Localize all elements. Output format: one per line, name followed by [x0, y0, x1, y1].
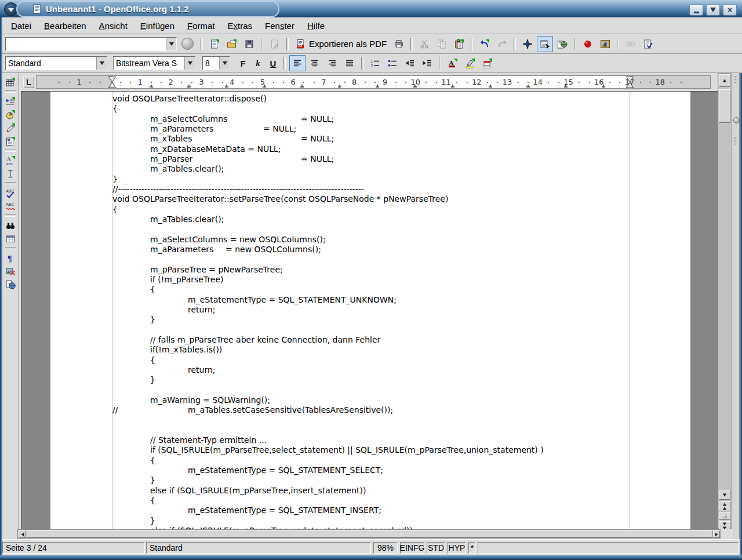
underline-label: U	[270, 59, 277, 68]
spellcheck-button[interactable]: ABC	[3, 186, 18, 199]
draw-functions-button[interactable]	[3, 121, 18, 134]
ruler-tick-dot	[283, 82, 284, 83]
menu-item-fenster[interactable]: Fenster	[259, 19, 301, 33]
italic-button[interactable]: k	[251, 56, 265, 71]
find-replace-button[interactable]	[3, 219, 18, 232]
insert-object-button[interactable]	[3, 108, 18, 121]
bullets-button[interactable]	[384, 55, 401, 71]
dock-handle-icon[interactable]	[733, 117, 740, 123]
horizontal-ruler[interactable]: 1123456789101112131415161718	[36, 75, 711, 89]
right-indent-marker[interactable]	[626, 77, 634, 90]
online-layout-button[interactable]	[3, 278, 18, 291]
status-style[interactable]: Standard	[146, 542, 371, 554]
scroll-right-button[interactable]	[713, 530, 720, 538]
menu-item-bearbeiten[interactable]: Bearbeiten	[38, 19, 93, 33]
document-text[interactable]: void OSQLParseTreeIterator::dispose() { …	[112, 94, 544, 529]
stop-button[interactable]	[181, 38, 194, 50]
edit-file-button[interactable]	[267, 36, 283, 52]
close-icon: ×	[728, 6, 732, 14]
pdf-export-button[interactable]: PDFExportieren als PDF	[292, 36, 390, 52]
vertical-scrollbar[interactable]	[718, 73, 732, 529]
paste-button[interactable]	[451, 36, 467, 52]
status-insert-mode[interactable]: EINFG	[400, 542, 424, 554]
url-dropdown-button[interactable]	[166, 38, 176, 50]
font-color-button[interactable]: A	[445, 55, 461, 71]
maximize-button[interactable]	[706, 4, 720, 16]
print-button[interactable]	[391, 36, 407, 52]
style-combobox[interactable]: Standard	[5, 56, 107, 70]
font-size-combobox[interactable]: 8	[202, 56, 230, 70]
menu-item-datei[interactable]: Datei	[5, 19, 38, 33]
align-center-button[interactable]	[307, 55, 323, 71]
insert-table-button[interactable]	[3, 75, 18, 89]
copy-button[interactable]	[434, 36, 450, 52]
window-controls: ×	[689, 4, 737, 16]
ruler-number: 9	[383, 78, 387, 86]
stylist-button[interactable]	[537, 36, 553, 52]
svg-text:ABC: ABC	[6, 188, 14, 192]
scroll-left-button[interactable]	[19, 530, 26, 538]
underline-button[interactable]: U	[266, 56, 280, 71]
menu-item-format[interactable]: Format	[181, 19, 221, 33]
status-page[interactable]: Seite 3 / 24	[2, 542, 145, 554]
horizontal-scrollbar[interactable]	[17, 529, 721, 539]
form-functions-button[interactable]	[3, 134, 18, 148]
left-indent-marker[interactable]	[108, 77, 116, 90]
gallery-button[interactable]	[554, 36, 570, 52]
numbering-button[interactable]: 12	[367, 55, 383, 71]
navigator-button[interactable]	[519, 36, 536, 52]
insert-frame-button[interactable]	[3, 94, 18, 108]
url-input[interactable]	[6, 38, 166, 50]
horizontal-scrollbar-thumb[interactable]	[27, 530, 712, 538]
scroll-down-button[interactable]	[719, 490, 730, 500]
status-selection-mode[interactable]: STD	[427, 542, 445, 554]
minimize-button[interactable]	[689, 4, 703, 16]
font-dropdown-button[interactable]	[184, 57, 195, 70]
menu-item-einfügen[interactable]: Einfügen	[134, 19, 181, 33]
background-color-button[interactable]	[479, 55, 496, 71]
save-button[interactable]	[241, 36, 257, 52]
menu-item-ansicht[interactable]: Ansicht	[93, 19, 134, 33]
nonprinting-characters-button[interactable]: ¶	[3, 251, 18, 264]
redo-button[interactable]	[494, 36, 510, 52]
url-combobox[interactable]	[5, 37, 177, 51]
tab-type-selector[interactable]	[23, 77, 34, 88]
increase-indent-icon	[422, 58, 432, 68]
close-button[interactable]: ×	[723, 4, 737, 16]
menu-item-hilfe[interactable]: Hilfe	[301, 19, 331, 33]
toolbar-separator	[286, 38, 289, 50]
align-right-button[interactable]	[324, 55, 340, 71]
font-name-combobox[interactable]: Bitstream Vera S	[113, 56, 195, 70]
direct-cursor-button[interactable]	[3, 167, 18, 180]
bold-button[interactable]: F	[236, 56, 250, 71]
autotext-button[interactable]: AABC	[3, 154, 18, 167]
previous-page-button[interactable]	[719, 501, 730, 511]
paste-icon	[454, 39, 464, 49]
font-size-dropdown-button[interactable]	[219, 57, 230, 70]
scroll-up-button[interactable]	[719, 74, 730, 87]
cut-button[interactable]	[416, 36, 432, 52]
undo-button[interactable]	[477, 36, 493, 52]
check-document-button[interactable]	[640, 36, 656, 52]
decrease-indent-button[interactable]	[402, 55, 418, 71]
increase-indent-button[interactable]	[419, 55, 435, 71]
new-document-button[interactable]	[206, 36, 223, 52]
scrollbar-corner	[721, 529, 732, 539]
highlighting-button[interactable]	[462, 55, 478, 71]
open-button[interactable]	[224, 36, 240, 52]
gallery-picture-button[interactable]	[597, 36, 613, 52]
dock-grip-strip	[732, 73, 740, 554]
status-hyperlink-mode[interactable]: HYP	[448, 542, 466, 554]
menu-item-extras[interactable]: Extras	[221, 19, 259, 33]
autospellcheck-button[interactable]: ABC	[3, 199, 18, 213]
style-dropdown-button[interactable]	[96, 57, 107, 70]
vertical-scrollbar-thumb[interactable]	[719, 89, 730, 123]
graphics-onoff-button[interactable]	[3, 264, 18, 278]
justify-button[interactable]	[341, 55, 358, 71]
data-sources-button[interactable]	[3, 232, 18, 245]
status-zoom[interactable]: 98%	[373, 542, 398, 554]
align-left-button[interactable]	[289, 55, 305, 71]
record-dot-button[interactable]	[580, 36, 596, 52]
hyperlink-button[interactable]	[623, 36, 639, 52]
navigation-button[interactable]	[719, 512, 730, 520]
